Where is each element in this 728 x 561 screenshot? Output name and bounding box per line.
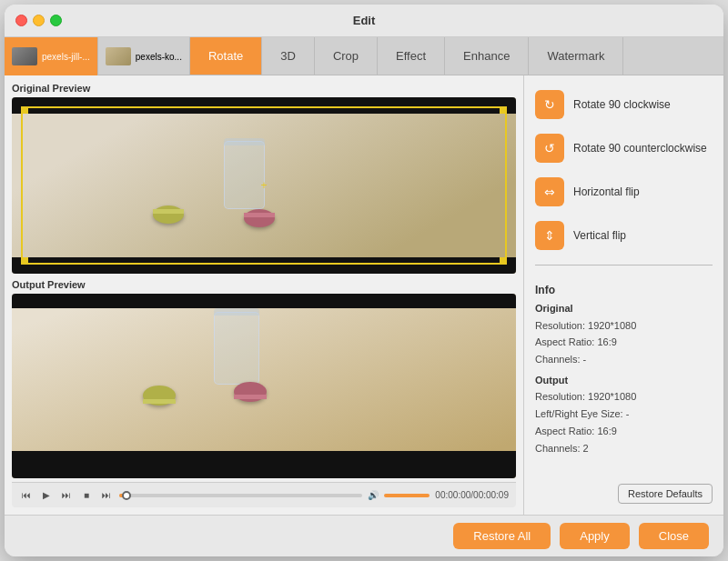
- apply-button[interactable]: Apply: [560, 523, 630, 549]
- info-block: Original Resolution: 1920*1080 Aspect Ra…: [535, 300, 713, 456]
- center-panel: Original Preview: [5, 75, 523, 515]
- close-traffic-light[interactable]: [15, 15, 27, 26]
- right-panel: ↻ Rotate 90 clockwise ↺ Rotate 90 counte…: [523, 75, 723, 515]
- time-display: 00:00:00/00:00:09: [435, 490, 509, 500]
- minimize-traffic-light[interactable]: [33, 15, 45, 26]
- hflip-label: Horizontal flip: [573, 185, 640, 198]
- output-preview-label: Output Preview: [12, 279, 516, 290]
- info-output-resolution: Resolution: 1920*1080: [535, 388, 713, 406]
- file-tab-1-name: pexels-jill-...: [42, 52, 90, 62]
- info-original-aspect: Aspect Ratio: 16:9: [535, 334, 713, 351]
- title-bar: Edit: [5, 5, 723, 37]
- close-button[interactable]: Close: [639, 523, 709, 549]
- info-original-channels: Channels: -: [535, 351, 713, 368]
- info-section: Info Original Resolution: 1920*1080 Aspe…: [535, 284, 713, 476]
- tab-rotate[interactable]: Rotate: [190, 37, 262, 75]
- rotate-cw-label: Rotate 90 clockwise: [573, 98, 671, 111]
- restore-defaults-button[interactable]: Restore Defaults: [618, 484, 713, 504]
- progress-bar[interactable]: [119, 494, 362, 497]
- restore-defaults-container: Restore Defaults: [535, 484, 713, 504]
- original-preview-section: Original Preview: [12, 83, 516, 274]
- vflip-label: Vertical flip: [573, 229, 626, 242]
- output-preview-section: Output Preview: [12, 279, 516, 507]
- rotate-ccw-action[interactable]: ↺ Rotate 90 counterclockwise: [535, 130, 713, 166]
- file-tab-2[interactable]: pexels-ko...: [98, 37, 190, 75]
- rotate-cw-icon: ↻: [535, 90, 564, 119]
- vflip-action[interactable]: ⇕ Vertical flip: [535, 217, 713, 254]
- hflip-action[interactable]: ⇔ Horizontal flip: [535, 174, 713, 210]
- edit-tabs: Rotate 3D Crop Effect Enhance Watermark: [190, 37, 723, 75]
- stop-button[interactable]: ■: [79, 488, 94, 503]
- tab-enhance[interactable]: Enhance: [445, 37, 529, 75]
- info-output-label: Output: [535, 372, 713, 389]
- main-area: Original Preview: [5, 75, 723, 515]
- rotate-cw-action[interactable]: ↻ Rotate 90 clockwise: [535, 86, 713, 123]
- skip-start-button[interactable]: ⏮: [19, 488, 34, 503]
- info-output-aspect: Aspect Ratio: 16:9: [535, 423, 713, 440]
- info-output-eye-size: Left/Right Eye Size: -: [535, 406, 713, 423]
- output-preview-box: [12, 294, 516, 478]
- volume-icon: 🔊: [368, 490, 379, 500]
- vflip-icon: ⇕: [535, 221, 564, 250]
- restore-all-button[interactable]: Restore All: [453, 523, 551, 549]
- info-original-resolution: Resolution: 1920*1080: [535, 317, 713, 335]
- maximize-traffic-light[interactable]: [50, 15, 62, 26]
- divider: [535, 265, 713, 265]
- tab-effect[interactable]: Effect: [378, 37, 445, 75]
- traffic-lights: [15, 15, 62, 26]
- window-title: Edit: [353, 14, 376, 27]
- rotate-ccw-label: Rotate 90 counterclockwise: [573, 142, 707, 155]
- file-tab-1[interactable]: pexels-jill-...: [5, 37, 98, 75]
- playback-bar: ⏮ ▶ ⏭ ■ ⏭ 🔊 00:00:00/00:00:09: [12, 482, 516, 507]
- tab-3d[interactable]: 3D: [262, 37, 315, 75]
- end-button[interactable]: ⏭: [99, 488, 114, 503]
- original-preview-box: +: [12, 97, 516, 274]
- info-original-label: Original: [535, 300, 713, 317]
- file-thumb-2: [106, 47, 131, 65]
- skip-forward-button[interactable]: ⏭: [59, 488, 74, 503]
- rotate-ccw-icon: ↺: [535, 134, 564, 163]
- volume-bar[interactable]: [384, 494, 430, 497]
- file-tab-2-name: pexels-ko...: [136, 52, 182, 62]
- info-title: Info: [535, 284, 713, 296]
- info-output-channels: Channels: 2: [535, 440, 713, 457]
- tab-watermark[interactable]: Watermark: [529, 37, 623, 75]
- tab-crop[interactable]: Crop: [315, 37, 378, 75]
- main-window: Edit pexels-jill-... pexels-ko... Rotate…: [5, 5, 723, 556]
- hflip-icon: ⇔: [535, 177, 564, 206]
- file-thumb-1: [12, 47, 37, 65]
- play-button[interactable]: ▶: [39, 488, 54, 503]
- tabs-row: pexels-jill-... pexels-ko... Rotate 3D C…: [5, 37, 723, 75]
- original-preview-label: Original Preview: [12, 83, 516, 94]
- bottom-bar: Restore All Apply Close: [5, 515, 723, 556]
